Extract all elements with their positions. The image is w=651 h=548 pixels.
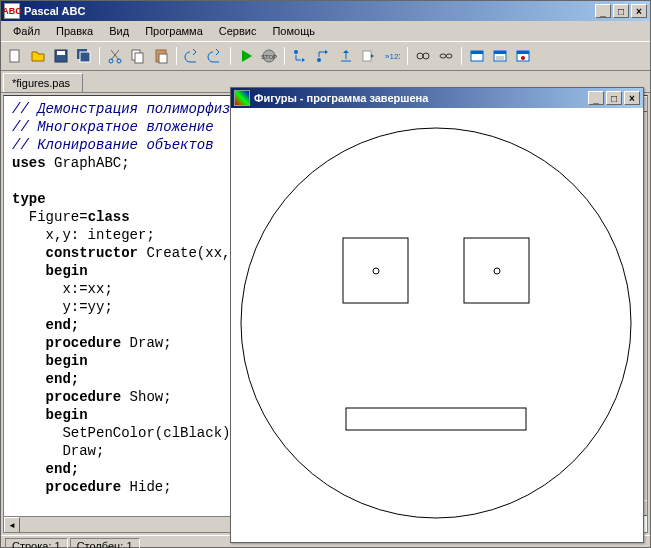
svg-point-27 (521, 56, 525, 60)
svg-rect-15 (363, 51, 371, 61)
run-to-cursor-button[interactable] (358, 45, 380, 67)
separator (407, 47, 408, 65)
left-pupil (373, 268, 379, 274)
svg-rect-26 (517, 51, 529, 54)
child-maximize-button[interactable]: □ (606, 91, 622, 105)
child-title: Фигуры - программа завершена (254, 92, 588, 104)
menu-program[interactable]: Программа (137, 23, 211, 39)
svg-point-18 (423, 53, 429, 59)
app-title: Pascal ABC (24, 5, 595, 17)
paste-button[interactable] (150, 45, 172, 67)
svg-rect-24 (494, 51, 506, 54)
svg-point-13 (294, 50, 298, 54)
window2-icon[interactable] (489, 45, 511, 67)
face-drawing (231, 108, 643, 542)
minimize-button[interactable]: _ (595, 4, 611, 18)
menu-service[interactable]: Сервис (211, 23, 265, 39)
graphics-canvas (231, 108, 643, 542)
svg-rect-4 (80, 52, 90, 62)
status-col: Столбец: 1 (70, 538, 140, 548)
redo-button[interactable] (204, 45, 226, 67)
step-out-button[interactable] (335, 45, 357, 67)
svg-rect-22 (471, 51, 483, 54)
menu-edit[interactable]: Правка (48, 23, 101, 39)
app-icon: ABC (4, 3, 20, 19)
separator (284, 47, 285, 65)
main-titlebar: ABC Pascal ABC _ □ × (1, 1, 650, 21)
svg-rect-0 (10, 50, 19, 62)
svg-rect-2 (57, 51, 65, 55)
undo-button[interactable] (181, 45, 203, 67)
separator (176, 47, 177, 65)
separator (461, 47, 462, 65)
run-button[interactable] (235, 45, 257, 67)
toolbar: STOP »123 (1, 41, 650, 71)
stop-button[interactable]: STOP (258, 45, 280, 67)
svg-text:»123: »123 (385, 52, 400, 61)
separator (230, 47, 231, 65)
window1-icon[interactable] (466, 45, 488, 67)
close-button[interactable]: × (631, 4, 647, 18)
menu-file[interactable]: Файл (5, 23, 48, 39)
svg-point-20 (446, 54, 452, 58)
step-over-button[interactable] (312, 45, 334, 67)
child-app-icon: F (234, 90, 250, 106)
cut-button[interactable] (104, 45, 126, 67)
svg-point-14 (317, 58, 321, 62)
open-file-button[interactable] (27, 45, 49, 67)
right-eye-rect (464, 238, 529, 303)
svg-text:STOP: STOP (261, 54, 277, 60)
save-all-button[interactable] (73, 45, 95, 67)
left-eye-rect (343, 238, 408, 303)
mouth-rect (346, 408, 526, 430)
save-button[interactable] (50, 45, 72, 67)
graphics-window: F Фигуры - программа завершена _ □ × (230, 87, 644, 543)
face-circle (241, 128, 631, 518)
svg-rect-8 (135, 53, 143, 63)
menu-help[interactable]: Помощь (264, 23, 323, 39)
menubar: Файл Правка Вид Программа Сервис Помощь (1, 21, 650, 41)
separator (99, 47, 100, 65)
link-icon[interactable] (435, 45, 457, 67)
child-close-button[interactable]: × (624, 91, 640, 105)
watch-button[interactable]: »123 (381, 45, 403, 67)
maximize-button[interactable]: □ (613, 4, 629, 18)
step-into-button[interactable] (289, 45, 311, 67)
tab-figures[interactable]: *figures.pas (3, 73, 83, 92)
right-pupil (494, 268, 500, 274)
status-row: Строка: 1 (5, 538, 68, 548)
svg-point-19 (440, 54, 446, 58)
window3-icon[interactable] (512, 45, 534, 67)
new-file-button[interactable] (4, 45, 26, 67)
svg-rect-10 (159, 54, 167, 63)
menu-view[interactable]: Вид (101, 23, 137, 39)
child-titlebar[interactable]: F Фигуры - программа завершена _ □ × (231, 88, 643, 108)
copy-button[interactable] (127, 45, 149, 67)
svg-point-17 (417, 53, 423, 59)
child-minimize-button[interactable]: _ (588, 91, 604, 105)
glasses-icon[interactable] (412, 45, 434, 67)
